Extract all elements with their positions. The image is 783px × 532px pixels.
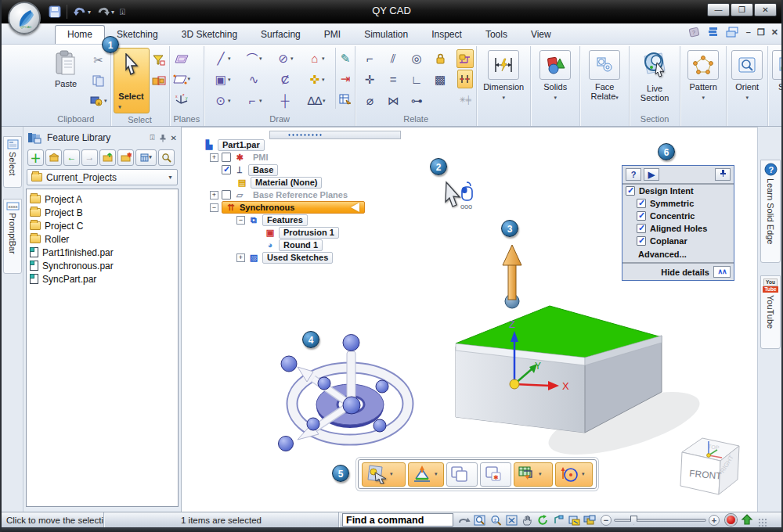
extrude-arrow-handle[interactable]: [503, 245, 521, 308]
common-views-button[interactable]: [550, 513, 566, 527]
orient-button[interactable]: Orient▾: [729, 48, 765, 102]
design-intent-option[interactable]: Symmetric: [622, 197, 734, 210]
tree-row-protrusion[interactable]: ▣ Protrusion 1: [204, 226, 365, 239]
face-relate-button[interactable]: Face Relate▾: [583, 48, 626, 102]
overlapping-faces-button[interactable]: [446, 462, 478, 487]
doc-close-button[interactable]: ✕: [771, 27, 778, 38]
search-button[interactable]: [158, 149, 175, 166]
expander[interactable]: −: [210, 203, 218, 212]
dimension-button[interactable]: Dimension▾: [479, 48, 528, 102]
application-button[interactable]: QYCAD: [8, 2, 41, 34]
circle-button[interactable]: ⊙▾: [207, 92, 238, 110]
expander[interactable]: +: [210, 191, 218, 200]
switch-document-icon[interactable]: [726, 27, 740, 38]
view-cube[interactable]: TOP FRONT RIGHT: [680, 438, 739, 494]
youtube-tab[interactable]: You Tube YouTube: [760, 275, 781, 349]
tab-pmi[interactable]: PMI: [312, 26, 352, 44]
minimize-button[interactable]: —: [707, 3, 730, 16]
pin-icon[interactable]: [159, 134, 167, 142]
last-view-button[interactable]: [456, 513, 472, 527]
checkbox-checked[interactable]: [637, 199, 646, 208]
close-button[interactable]: ✕: [754, 3, 777, 16]
parallel-relation-button[interactable]: ⫽: [381, 49, 405, 68]
rigid-set-button[interactable]: ▩: [428, 70, 452, 89]
design-intent-option[interactable]: Design Intent: [622, 185, 734, 197]
more-planes-button[interactable]: ▾: [172, 70, 192, 88]
select-options-button[interactable]: [151, 71, 167, 90]
up-folder-button[interactable]: [99, 149, 116, 166]
table-pattern-button[interactable]: ▾: [514, 462, 553, 487]
help-book-icon[interactable]: ?: [688, 27, 701, 38]
move-button[interactable]: ✜▾: [301, 70, 332, 89]
home-folder-button[interactable]: [45, 149, 62, 166]
keypoint-plane-button[interactable]: ▾: [362, 462, 406, 487]
promptbar-panel-tab[interactable]: xxxx PromptBar: [3, 199, 22, 274]
back-button[interactable]: ←: [63, 149, 80, 166]
list-item[interactable]: Project C: [28, 219, 176, 232]
select-panel-tab[interactable]: Select: [3, 136, 22, 188]
expander[interactable]: −: [236, 216, 245, 225]
record-button[interactable]: [725, 514, 737, 526]
tab-3d-sketching[interactable]: 3D Sketching: [170, 26, 249, 44]
connect-relation-button[interactable]: ⌐: [358, 49, 381, 68]
learn-solid-edge-tab[interactable]: ? Learn Solid Edge: [760, 160, 781, 263]
checkbox-unchecked[interactable]: [222, 153, 231, 162]
tab-simulation[interactable]: Simulation: [352, 26, 420, 44]
design-intent-advanced-link[interactable]: Advanced...: [622, 247, 734, 262]
relationship-handles-toggle[interactable]: [457, 70, 473, 88]
pattern-button[interactable]: Pattern▾: [683, 48, 723, 102]
select-filter-button[interactable]: [152, 51, 166, 70]
list-item[interactable]: SyncPart.par: [28, 272, 176, 286]
zoom-area-button[interactable]: [472, 513, 488, 527]
arc-button[interactable]: ⌒▾: [238, 49, 269, 68]
tangent-arc-button[interactable]: Ȼ: [269, 70, 301, 89]
lock-relation-button[interactable]: [428, 49, 452, 68]
collinear-relation-button[interactable]: ⊶: [405, 92, 428, 110]
doc-restore-button[interactable]: ❐: [757, 27, 765, 38]
list-item[interactable]: Roller: [28, 232, 176, 246]
tree-row-base-reference-planes[interactable]: + ▱ Base Reference Planes: [204, 189, 365, 201]
horizontal-vertical-relation-button[interactable]: ✛: [358, 70, 381, 89]
curve-button[interactable]: ∿: [238, 70, 269, 89]
stack-panels-icon[interactable]: [707, 27, 720, 38]
library-path-combobox[interactable]: Current_Projects ▼: [27, 169, 178, 185]
offset-button[interactable]: ⇥: [338, 70, 352, 88]
checkbox-unchecked[interactable]: [222, 190, 231, 200]
panel-menu-button[interactable]: ⍗: [150, 133, 155, 142]
tab-home[interactable]: Home: [55, 25, 105, 44]
zoom-button[interactable]: ±: [488, 513, 503, 527]
trim-button[interactable]: ┼: [269, 92, 301, 110]
zoom-slider-track[interactable]: [614, 519, 706, 522]
coordinate-system-button[interactable]: zyx: [174, 90, 189, 109]
live-section-button[interactable]: Live Section: [632, 48, 677, 102]
solids-button[interactable]: Solids▾: [533, 48, 577, 102]
equal-relation-button[interactable]: =: [381, 70, 405, 89]
region-select-button[interactable]: ✱: [480, 462, 511, 487]
list-item[interactable]: Project B: [28, 206, 176, 219]
panel-close-button[interactable]: ✕: [171, 134, 177, 142]
design-intent-play-button[interactable]: ▶: [644, 168, 659, 181]
steering-wheel[interactable]: [279, 335, 409, 451]
design-intent-help-button[interactable]: ?: [626, 168, 641, 181]
mirror-button[interactable]: ∆∆▾: [301, 92, 332, 110]
graphics-viewport[interactable]: Z Y X: [182, 127, 757, 512]
symmetric-relation-button[interactable]: ⋈: [381, 92, 405, 110]
style-button[interactable]: Style▾: [770, 48, 783, 102]
zoom-in-button[interactable]: +: [709, 515, 720, 526]
tree-row-material[interactable]: ▤ Material (None): [204, 176, 365, 189]
paste-button[interactable]: Paste: [44, 48, 88, 88]
tree-root[interactable]: ▙ Part1.par: [204, 138, 365, 151]
view-mode-button[interactable]: ▾: [135, 149, 157, 166]
design-intent-option[interactable]: Aligned Holes: [622, 222, 734, 235]
view-styles-button[interactable]: [566, 513, 582, 527]
expander[interactable]: +: [236, 253, 245, 262]
synchronous-selected-bar[interactable]: ⇈ Synchronous: [222, 201, 365, 214]
select-button[interactable]: Select▾: [114, 48, 150, 113]
tree-row-used-sketches[interactable]: + ▨ Used Sketches: [204, 251, 365, 264]
checkbox-checked[interactable]: [222, 165, 231, 174]
concentric-relation-button[interactable]: ◎: [405, 49, 428, 68]
checkbox-checked[interactable]: [637, 236, 646, 246]
ellipse-button[interactable]: ⊘▾: [269, 49, 301, 68]
copy-button[interactable]: [92, 71, 105, 90]
tree-row-round[interactable]: ◕ Round 1: [204, 239, 365, 251]
